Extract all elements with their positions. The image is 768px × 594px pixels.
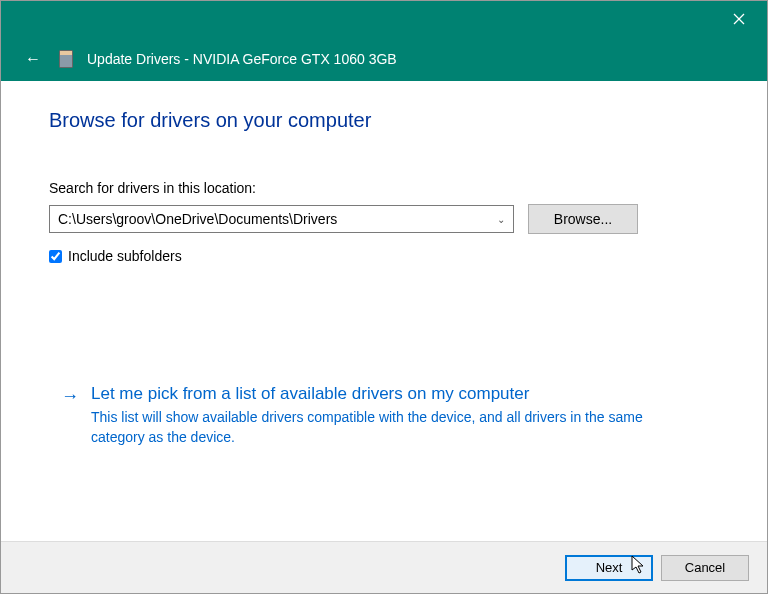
include-subfolders-checkbox[interactable] [49,250,62,263]
titlebar [1,1,767,37]
window-title: Update Drivers - NVIDIA GeForce GTX 1060… [87,51,397,67]
close-button[interactable] [719,5,759,33]
arrow-right-icon: → [61,384,79,408]
content-area: Browse for drivers on your computer Sear… [1,81,767,447]
back-arrow-icon[interactable]: ← [21,46,45,72]
browse-button[interactable]: Browse... [528,204,638,234]
include-subfolders-row[interactable]: Include subfolders [49,248,719,264]
wizard-header: ← Update Drivers - NVIDIA GeForce GTX 10… [1,37,767,81]
chevron-down-icon: ⌄ [497,214,505,225]
device-icon [59,50,73,68]
pick-link-description: This list will show available drivers co… [91,408,691,447]
pick-link-title[interactable]: Let me pick from a list of available dri… [91,384,719,404]
close-icon [733,13,745,25]
include-subfolders-label: Include subfolders [68,248,182,264]
path-combobox[interactable]: C:\Users\groov\OneDrive\Documents\Driver… [49,205,514,233]
page-heading: Browse for drivers on your computer [49,109,719,132]
path-value: C:\Users\groov\OneDrive\Documents\Driver… [58,211,337,227]
wizard-footer: Next Cancel [1,541,767,593]
path-row: C:\Users\groov\OneDrive\Documents\Driver… [49,204,719,234]
cancel-button[interactable]: Cancel [661,555,749,581]
pick-link-body: Let me pick from a list of available dri… [91,384,719,447]
search-location-label: Search for drivers in this location: [49,180,719,196]
pick-from-list-link[interactable]: → Let me pick from a list of available d… [49,384,719,447]
next-button[interactable]: Next [565,555,653,581]
